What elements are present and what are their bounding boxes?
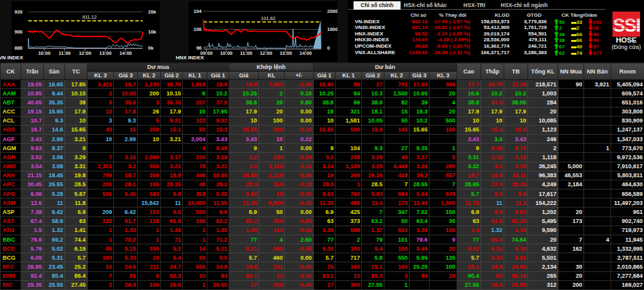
svg-text:(Đóng cửa): (Đóng cửa) bbox=[612, 44, 641, 50]
svg-text:900: 900 bbox=[14, 29, 23, 35]
svg-text:10k: 10k bbox=[148, 29, 156, 35]
svg-text:101.62: 101.62 bbox=[261, 15, 276, 21]
svg-text:911.12: 911.12 bbox=[82, 14, 97, 20]
svg-text:0: 0 bbox=[327, 45, 330, 51]
svg-text:2000: 2000 bbox=[327, 8, 337, 14]
svg-text:0k: 0k bbox=[148, 45, 154, 51]
svg-text:920: 920 bbox=[14, 9, 23, 15]
svg-text:SSI: SSI bbox=[612, 15, 640, 35]
svg-text:880: 880 bbox=[14, 45, 23, 51]
svg-text:100: 100 bbox=[193, 26, 202, 32]
svg-text:20k: 20k bbox=[148, 9, 156, 15]
svg-text:104: 104 bbox=[193, 8, 202, 14]
svg-text:HOSE: HOSE bbox=[616, 36, 637, 44]
svg-text:1000: 1000 bbox=[327, 26, 337, 32]
